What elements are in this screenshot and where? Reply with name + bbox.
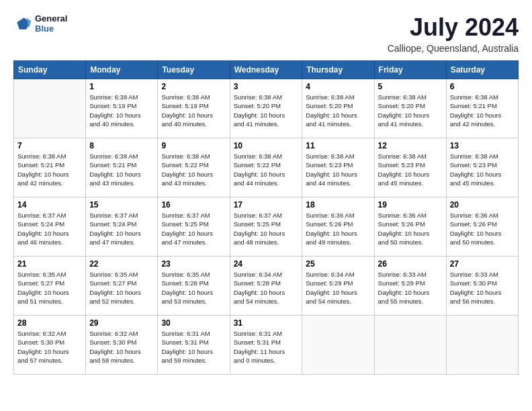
day-info: Sunrise: 6:38 AM Sunset: 5:22 PM Dayligh…	[161, 152, 226, 187]
calendar-cell: 10Sunrise: 6:38 AM Sunset: 5:22 PM Dayli…	[230, 138, 302, 197]
day-number: 21	[17, 259, 82, 269]
day-number: 3	[234, 82, 299, 91]
calendar-cell: 13Sunrise: 6:38 AM Sunset: 5:23 PM Dayli…	[446, 138, 518, 197]
day-info: Sunrise: 6:38 AM Sunset: 5:21 PM Dayligh…	[450, 93, 515, 128]
day-number: 15	[89, 200, 154, 210]
calendar-cell: 15Sunrise: 6:37 AM Sunset: 5:24 PM Dayli…	[86, 197, 158, 257]
day-info: Sunrise: 6:32 AM Sunset: 5:30 PM Dayligh…	[17, 329, 82, 365]
day-number: 9	[161, 141, 226, 150]
week-row-1: 1Sunrise: 6:38 AM Sunset: 5:19 PM Daylig…	[14, 79, 519, 138]
day-info: Sunrise: 6:34 AM Sunset: 5:29 PM Dayligh…	[306, 270, 370, 306]
day-info: Sunrise: 6:38 AM Sunset: 5:21 PM Dayligh…	[17, 152, 82, 187]
calendar-cell: 2Sunrise: 6:38 AM Sunset: 5:19 PM Daylig…	[158, 79, 230, 138]
day-info: Sunrise: 6:38 AM Sunset: 5:21 PM Dayligh…	[89, 152, 154, 187]
day-info: Sunrise: 6:38 AM Sunset: 5:20 PM Dayligh…	[306, 93, 370, 128]
day-number: 30	[161, 318, 226, 328]
main-title: July 2024	[388, 13, 519, 42]
calendar-cell: 27Sunrise: 6:33 AM Sunset: 5:30 PM Dayli…	[446, 257, 518, 316]
day-number: 19	[378, 200, 443, 210]
day-info: Sunrise: 6:38 AM Sunset: 5:20 PM Dayligh…	[378, 93, 443, 128]
calendar-cell: 6Sunrise: 6:38 AM Sunset: 5:21 PM Daylig…	[446, 79, 518, 138]
calendar-cell: 21Sunrise: 6:35 AM Sunset: 5:27 PM Dayli…	[14, 257, 86, 316]
calendar-cell	[302, 316, 374, 375]
calendar-cell: 26Sunrise: 6:33 AM Sunset: 5:29 PM Dayli…	[374, 257, 446, 316]
calendar-cell: 28Sunrise: 6:32 AM Sunset: 5:30 PM Dayli…	[14, 316, 86, 375]
day-info: Sunrise: 6:37 AM Sunset: 5:24 PM Dayligh…	[89, 211, 154, 246]
day-info: Sunrise: 6:36 AM Sunset: 5:26 PM Dayligh…	[306, 211, 370, 246]
calendar-cell: 18Sunrise: 6:36 AM Sunset: 5:26 PM Dayli…	[302, 197, 374, 257]
day-info: Sunrise: 6:33 AM Sunset: 5:29 PM Dayligh…	[378, 270, 443, 306]
calendar-cell: 31Sunrise: 6:31 AM Sunset: 5:31 PM Dayli…	[230, 316, 302, 375]
day-info: Sunrise: 6:32 AM Sunset: 5:30 PM Dayligh…	[89, 329, 154, 365]
day-number: 31	[234, 318, 299, 328]
calendar-cell: 24Sunrise: 6:34 AM Sunset: 5:28 PM Dayli…	[230, 257, 302, 316]
logo-text: General Blue	[35, 13, 67, 34]
day-number: 25	[306, 259, 370, 269]
header-day-wednesday: Wednesday	[230, 61, 302, 79]
header-day-thursday: Thursday	[302, 61, 374, 79]
day-info: Sunrise: 6:33 AM Sunset: 5:30 PM Dayligh…	[450, 270, 515, 306]
page-header: General Blue July 2024 Calliope, Queensl…	[13, 13, 519, 54]
calendar-cell: 17Sunrise: 6:37 AM Sunset: 5:25 PM Dayli…	[230, 197, 302, 257]
calendar-cell: 4Sunrise: 6:38 AM Sunset: 5:20 PM Daylig…	[302, 79, 374, 138]
calendar-cell: 19Sunrise: 6:36 AM Sunset: 5:26 PM Dayli…	[374, 197, 446, 257]
day-number: 2	[161, 82, 226, 91]
title-block: July 2024 Calliope, Queensland, Australi…	[388, 13, 519, 54]
day-number: 13	[450, 141, 515, 150]
header-day-monday: Monday	[86, 61, 158, 79]
day-info: Sunrise: 6:35 AM Sunset: 5:28 PM Dayligh…	[161, 270, 226, 306]
day-number: 29	[89, 318, 154, 328]
calendar-cell: 11Sunrise: 6:38 AM Sunset: 5:23 PM Dayli…	[302, 138, 374, 197]
logo-icon	[13, 14, 32, 33]
calendar-table: SundayMondayTuesdayWednesdayThursdayFrid…	[13, 60, 519, 375]
day-info: Sunrise: 6:36 AM Sunset: 5:26 PM Dayligh…	[378, 211, 443, 246]
week-row-2: 7Sunrise: 6:38 AM Sunset: 5:21 PM Daylig…	[14, 138, 519, 197]
day-number: 8	[89, 141, 154, 150]
day-info: Sunrise: 6:35 AM Sunset: 5:27 PM Dayligh…	[17, 270, 82, 306]
day-info: Sunrise: 6:31 AM Sunset: 5:31 PM Dayligh…	[234, 329, 299, 365]
header-day-saturday: Saturday	[446, 61, 518, 79]
day-number: 14	[17, 200, 82, 210]
day-number: 5	[378, 82, 443, 91]
day-number: 11	[306, 141, 370, 150]
day-number: 20	[450, 200, 515, 210]
calendar-cell: 30Sunrise: 6:31 AM Sunset: 5:31 PM Dayli…	[158, 316, 230, 375]
calendar-cell: 3Sunrise: 6:38 AM Sunset: 5:20 PM Daylig…	[230, 79, 302, 138]
day-info: Sunrise: 6:38 AM Sunset: 5:19 PM Dayligh…	[89, 93, 154, 128]
calendar-cell	[446, 316, 518, 375]
day-number: 6	[450, 82, 515, 91]
calendar-cell: 1Sunrise: 6:38 AM Sunset: 5:19 PM Daylig…	[86, 79, 158, 138]
subtitle: Calliope, Queensland, Australia	[388, 43, 519, 54]
day-number: 27	[450, 259, 515, 269]
logo: General Blue	[13, 13, 67, 34]
header-day-tuesday: Tuesday	[158, 61, 230, 79]
calendar-cell: 7Sunrise: 6:38 AM Sunset: 5:21 PM Daylig…	[14, 138, 86, 197]
day-info: Sunrise: 6:37 AM Sunset: 5:25 PM Dayligh…	[161, 211, 226, 246]
day-number: 4	[306, 82, 370, 91]
calendar-cell: 22Sunrise: 6:35 AM Sunset: 5:27 PM Dayli…	[86, 257, 158, 316]
calendar-header-row: SundayMondayTuesdayWednesdayThursdayFrid…	[14, 61, 519, 79]
day-number: 12	[378, 141, 443, 150]
day-number: 26	[378, 259, 443, 269]
header-day-sunday: Sunday	[14, 61, 86, 79]
day-number: 18	[306, 200, 370, 210]
day-number: 1	[89, 82, 154, 91]
day-number: 10	[234, 141, 299, 150]
day-number: 16	[161, 200, 226, 210]
day-info: Sunrise: 6:38 AM Sunset: 5:23 PM Dayligh…	[378, 152, 443, 187]
day-number: 23	[161, 259, 226, 269]
calendar-cell: 25Sunrise: 6:34 AM Sunset: 5:29 PM Dayli…	[302, 257, 374, 316]
day-number: 17	[234, 200, 299, 210]
week-row-4: 21Sunrise: 6:35 AM Sunset: 5:27 PM Dayli…	[14, 257, 519, 316]
day-info: Sunrise: 6:38 AM Sunset: 5:20 PM Dayligh…	[234, 93, 299, 128]
calendar-cell	[374, 316, 446, 375]
day-info: Sunrise: 6:38 AM Sunset: 5:23 PM Dayligh…	[306, 152, 370, 187]
calendar-cell: 14Sunrise: 6:37 AM Sunset: 5:24 PM Dayli…	[14, 197, 86, 257]
day-info: Sunrise: 6:38 AM Sunset: 5:23 PM Dayligh…	[450, 152, 515, 187]
day-info: Sunrise: 6:31 AM Sunset: 5:31 PM Dayligh…	[161, 329, 226, 365]
day-number: 7	[17, 141, 82, 150]
calendar-cell: 12Sunrise: 6:38 AM Sunset: 5:23 PM Dayli…	[374, 138, 446, 197]
calendar-cell: 29Sunrise: 6:32 AM Sunset: 5:30 PM Dayli…	[86, 316, 158, 375]
calendar-cell: 23Sunrise: 6:35 AM Sunset: 5:28 PM Dayli…	[158, 257, 230, 316]
calendar-cell: 5Sunrise: 6:38 AM Sunset: 5:20 PM Daylig…	[374, 79, 446, 138]
